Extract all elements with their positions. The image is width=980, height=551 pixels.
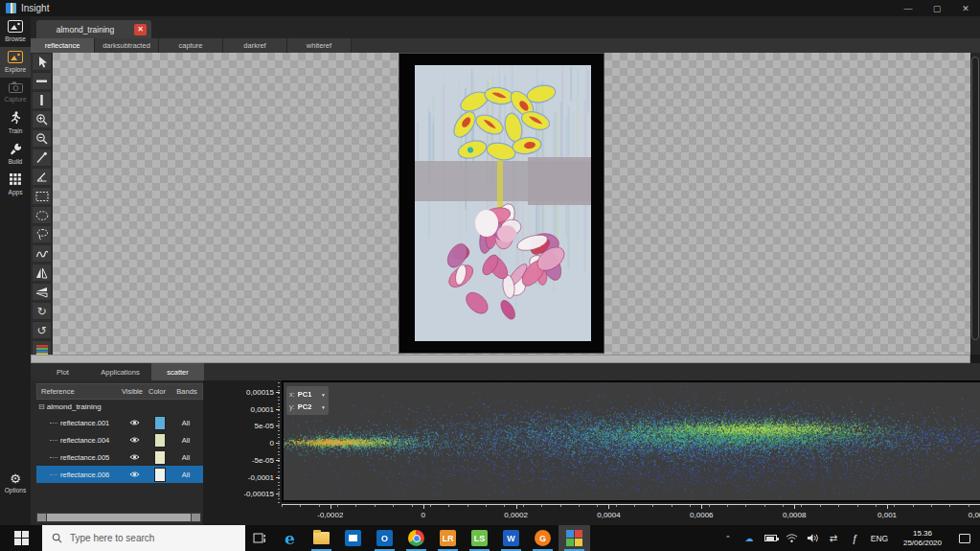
tool-rect-select-button[interactable] — [32, 187, 52, 205]
layer-row-reflectance.004[interactable]: reflectance.004 All — [36, 431, 203, 448]
tool-lasso-button[interactable] — [32, 225, 52, 243]
language-indicator[interactable]: ENG — [865, 534, 894, 543]
select-cursor-icon — [36, 56, 48, 69]
bottom-tab-scatter[interactable]: scatter — [151, 363, 204, 380]
visibility-eye-icon[interactable] — [121, 436, 148, 444]
chevron-down-icon: ▼ — [321, 392, 326, 398]
vertical-scrollbar[interactable] — [970, 53, 980, 355]
tool-flip-vertical-button[interactable] — [32, 283, 52, 301]
clock-time: 15.36 — [894, 529, 951, 539]
maximize-button[interactable]: ▢ — [923, 0, 951, 16]
view-tab-darksubtracted[interactable]: darksubtracted — [95, 38, 159, 53]
x-axis-selector[interactable]: x: PC1 ▼ — [289, 388, 326, 401]
start-button[interactable] — [0, 525, 42, 551]
minimize-button[interactable]: — — [894, 0, 923, 16]
y-tick-label: 5e-05 — [255, 422, 274, 430]
bottom-tab-plot[interactable]: Plot — [36, 363, 89, 380]
taskbar-app-store[interactable] — [337, 525, 369, 551]
tool-select-cursor-button[interactable] — [32, 53, 52, 71]
sidebar-item-explore[interactable]: Explore — [0, 47, 31, 78]
sidebar-item-options[interactable]: ⚙ Options — [0, 469, 31, 498]
battery-icon[interactable] — [760, 535, 781, 541]
runner-icon — [10, 111, 21, 126]
taskbar-app-file-explorer[interactable] — [306, 525, 337, 551]
taskbar-app-word[interactable]: W — [495, 525, 527, 551]
view-tab-capture[interactable]: capture — [159, 38, 223, 53]
tool-picker-button[interactable] — [32, 149, 52, 167]
view-tab-darkref[interactable]: darkref — [223, 38, 287, 53]
store-icon — [345, 530, 361, 546]
sidebar-item-browse[interactable]: Browse — [0, 16, 31, 47]
vertical-line-icon — [35, 94, 48, 106]
picture-icon — [8, 51, 23, 64]
visibility-eye-icon[interactable] — [121, 419, 148, 426]
taskbar-app-ls-app[interactable]: LS — [464, 525, 495, 551]
layers-table-header: Reference Visible Color Bands — [36, 383, 203, 400]
zoom-in-icon — [35, 113, 48, 126]
x-tick-label: -0,0002 — [317, 511, 343, 519]
tool-flip-horizontal-button[interactable] — [32, 264, 52, 282]
x-tick-label: 0 — [421, 511, 424, 519]
scatter-plot[interactable]: x: PC1 ▼ y: PC2 ▼ — [282, 380, 980, 502]
tool-horizontal-line-button[interactable] — [32, 72, 52, 90]
image-viewport[interactable] — [53, 53, 970, 355]
layer-color-swatch[interactable] — [154, 468, 166, 482]
tool-freehand-draw-button[interactable] — [32, 244, 52, 263]
y-axis-selector[interactable]: y: PC2 ▼ — [289, 401, 326, 413]
scroll-right-button[interactable] — [192, 514, 200, 521]
taskbar-app-edge[interactable]: e — [274, 525, 306, 551]
vertical-scrollbar-thumb[interactable] — [971, 57, 979, 340]
visibility-eye-icon[interactable] — [121, 453, 148, 461]
onedrive-cloud-icon[interactable]: ☁ — [739, 534, 760, 543]
tool-zoom-out-button[interactable] — [32, 129, 52, 148]
taskbar-app-lightroom[interactable]: LR — [432, 525, 464, 551]
taskbar-app-outlook[interactable]: O — [369, 525, 400, 551]
tool-angle-measure-button[interactable] — [32, 168, 52, 186]
tool-rotate-cw-button[interactable]: ↻ — [32, 302, 52, 320]
tray-chevron-icon[interactable]: ⌃ — [718, 535, 739, 542]
taskbar-app-insight-app[interactable] — [558, 525, 590, 551]
layer-row-reflectance.006[interactable]: reflectance.006 All — [36, 466, 203, 483]
tree-root-row[interactable]: ⊟ almond_training — [36, 400, 203, 414]
clock[interactable]: 15.36 25/06/2020 — [894, 529, 951, 548]
view-tab-whiteref[interactable]: whiteref — [287, 38, 352, 53]
layer-color-swatch[interactable] — [154, 450, 166, 465]
scatter-canvas[interactable] — [284, 382, 980, 500]
x-selector-key: x: — [289, 390, 295, 399]
action-center-button[interactable] — [951, 534, 978, 543]
scroll-left-button[interactable] — [37, 514, 46, 521]
sidebar-item-train[interactable]: Train — [0, 107, 31, 139]
view-tab-reflectance[interactable]: reflectance — [31, 38, 95, 53]
tool-vertical-line-button[interactable] — [32, 91, 52, 109]
wifi-icon[interactable] — [781, 533, 802, 543]
layers-scrollbar-thumb[interactable] — [47, 514, 191, 521]
pen-service-icon[interactable]: ƒ — [844, 533, 865, 544]
y-tick-label: 0,0001 — [251, 405, 274, 414]
visibility-eye-icon[interactable] — [121, 471, 148, 478]
teamviewer-icon[interactable]: ⇄ — [823, 533, 844, 543]
sidebar-item-capture[interactable]: Capture — [0, 78, 31, 107]
sidebar-item-apps[interactable]: Apps — [0, 170, 31, 200]
tree-collapse-icon[interactable]: ⊟ — [38, 402, 45, 411]
layer-color-swatch[interactable] — [154, 416, 166, 430]
layer-row-reflectance.005[interactable]: reflectance.005 All — [36, 448, 203, 466]
tool-rotate-ccw-button[interactable]: ↺ — [32, 321, 52, 339]
tool-ellipse-select-button[interactable] — [32, 206, 52, 224]
sidebar-item-build[interactable]: Build — [0, 139, 31, 170]
layer-row-reflectance.001[interactable]: reflectance.001 All — [36, 414, 203, 431]
horizontal-scrollbar[interactable] — [31, 355, 970, 363]
taskbar-app-chrome[interactable] — [400, 525, 432, 551]
close-button[interactable]: ✕ — [951, 0, 980, 16]
layer-color-swatch[interactable] — [154, 433, 166, 448]
taskbar-search-input[interactable]: Type here to search — [42, 525, 245, 551]
document-tab[interactable]: almond_training ✕ — [36, 20, 151, 38]
layers-scrollbar[interactable] — [36, 513, 201, 522]
taskbar-app-g-app[interactable]: G — [527, 525, 558, 551]
tool-zoom-in-button[interactable] — [32, 110, 52, 128]
tab-close-icon[interactable]: ✕ — [134, 24, 147, 35]
gear-icon: ⚙ — [10, 472, 21, 485]
speaker-icon[interactable] — [802, 533, 823, 543]
bottom-tab-applications[interactable]: Applications — [89, 363, 151, 380]
horizontal-scrollbar-thumb[interactable] — [32, 356, 969, 362]
task-view-button[interactable] — [245, 525, 274, 551]
